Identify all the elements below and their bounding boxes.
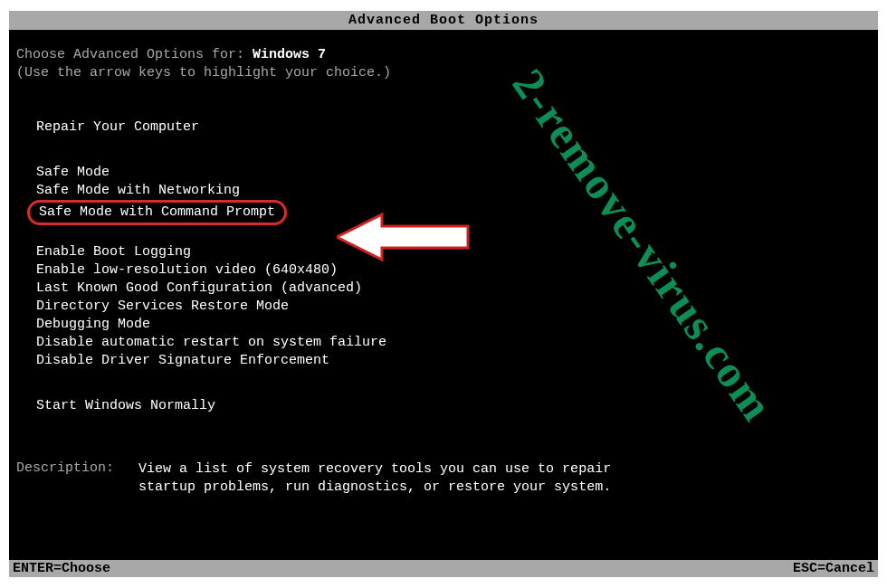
option-repair[interactable]: Repair Your Computer [36, 119, 871, 137]
option-boot-logging[interactable]: Enable Boot Logging [36, 243, 871, 261]
highlighted-option[interactable]: Safe Mode with Command Prompt [27, 200, 287, 225]
description-text: View a list of system recovery tools you… [138, 460, 618, 497]
option-safe-mode-cmd[interactable]: Safe Mode with Command Prompt [36, 200, 871, 225]
option-debug[interactable]: Debugging Mode [36, 316, 871, 334]
options-list[interactable]: Repair Your Computer Safe Mode Safe Mode… [36, 119, 871, 415]
choose-line: Choose Advanced Options for: Windows 7 [16, 46, 871, 64]
os-name: Windows 7 [253, 47, 326, 62]
option-lkgc[interactable]: Last Known Good Configuration (advanced) [36, 280, 871, 298]
option-low-res[interactable]: Enable low-resolution video (640x480) [36, 261, 871, 280]
option-no-restart[interactable]: Disable automatic restart on system fail… [36, 334, 871, 352]
footer-bar: ENTER=Choose ESC=Cancel [9, 560, 878, 577]
content-area: Choose Advanced Options for: Windows 7 (… [9, 30, 878, 497]
description-label: Description: [16, 460, 114, 476]
option-no-sig[interactable]: Disable Driver Signature Enforcement [36, 352, 871, 370]
boot-screen: Advanced Boot Options Choose Advanced Op… [9, 11, 878, 577]
option-start-normally[interactable]: Start Windows Normally [36, 397, 871, 415]
footer-esc: ESC=Cancel [793, 561, 874, 576]
title-bar: Advanced Boot Options [9, 11, 878, 30]
hint-line: (Use the arrow keys to highlight your ch… [16, 64, 871, 82]
option-safe-mode[interactable]: Safe Mode [36, 164, 871, 182]
option-safe-mode-networking[interactable]: Safe Mode with Networking [36, 182, 871, 200]
title-text: Advanced Boot Options [348, 13, 539, 28]
description-block: Description: View a list of system recov… [16, 460, 871, 497]
option-dsrm[interactable]: Directory Services Restore Mode [36, 298, 871, 316]
footer-enter: ENTER=Choose [13, 561, 110, 576]
